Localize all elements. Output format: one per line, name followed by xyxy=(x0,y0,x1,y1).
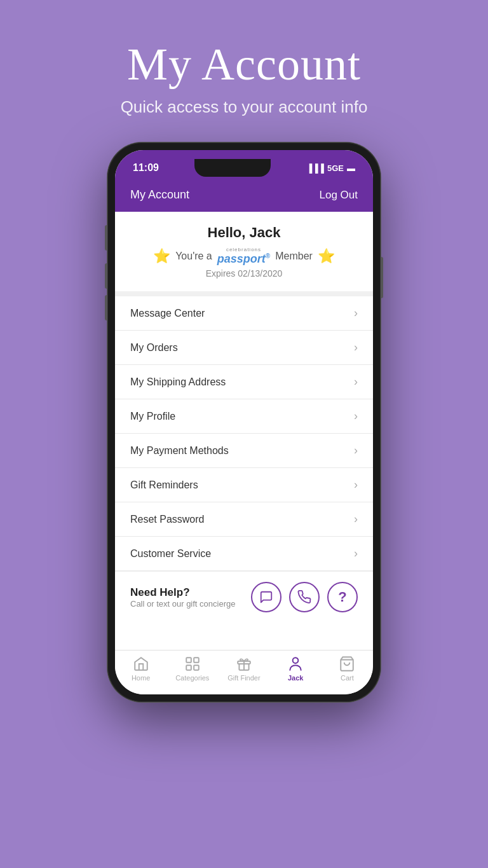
status-bar: 11:09 ▐▐▐ 5GE ▬ xyxy=(115,150,373,181)
chevron-icon: › xyxy=(354,547,358,560)
section-separator xyxy=(115,291,373,296)
svg-rect-3 xyxy=(194,665,199,670)
help-question-button[interactable]: ? xyxy=(327,582,358,612)
chevron-icon: › xyxy=(354,444,358,457)
svg-rect-1 xyxy=(194,658,199,663)
chevron-icon: › xyxy=(354,410,358,423)
menu-item-payment-methods[interactable]: My Payment Methods › xyxy=(115,434,373,468)
help-subtitle: Call or text our gift concierge xyxy=(130,599,235,609)
passport-badge: ⭐ You're a celebrations passport® Member… xyxy=(125,247,363,265)
cart-icon xyxy=(339,656,355,672)
help-text-block: Need Help? Call or text our gift concier… xyxy=(130,586,235,609)
signal-icon: ▐▐▐ xyxy=(306,163,324,173)
help-title: Need Help? xyxy=(130,586,235,599)
svg-rect-2 xyxy=(186,665,191,670)
phone-button[interactable] xyxy=(289,582,320,612)
phone-screen: 11:09 ▐▐▐ 5GE ▬ My Account Log Out Hello… xyxy=(115,150,373,694)
menu-item-message-center[interactable]: Message Center › xyxy=(115,296,373,331)
help-footer: Need Help? Call or text our gift concier… xyxy=(115,571,373,623)
phone-icon xyxy=(297,590,311,604)
nav-item-home[interactable]: Home xyxy=(122,656,160,682)
account-icon xyxy=(287,656,304,672)
battery-icon: ▬ xyxy=(347,163,355,173)
menu-item-my-profile[interactable]: My Profile › xyxy=(115,399,373,434)
help-icons: ? xyxy=(251,582,358,612)
chevron-icon: › xyxy=(354,513,358,526)
menu-item-shipping-address[interactable]: My Shipping Address › xyxy=(115,365,373,399)
menu-label-payment-methods: My Payment Methods xyxy=(130,445,229,457)
menu-item-my-orders[interactable]: My Orders › xyxy=(115,331,373,365)
passport-pre-text: You're a xyxy=(175,251,212,262)
nav-label-cart: Cart xyxy=(341,674,354,682)
page-subtitle: Quick access to your account info xyxy=(121,97,368,117)
chevron-icon: › xyxy=(354,478,358,492)
celebrations-label: celebrations xyxy=(226,247,261,252)
chat-icon xyxy=(259,590,273,604)
chevron-icon: › xyxy=(354,341,358,354)
svg-rect-0 xyxy=(186,658,191,663)
header-title: My Account xyxy=(130,188,189,202)
menu-label-my-profile: My Profile xyxy=(130,411,175,422)
nav-label-account: Jack xyxy=(288,674,303,682)
phone-frame: 11:09 ▐▐▐ 5GE ▬ My Account Log Out Hello… xyxy=(107,142,381,702)
network-label: 5GE xyxy=(327,163,344,173)
home-icon xyxy=(133,656,149,672)
star-right: ⭐ xyxy=(318,248,335,265)
gift-finder-icon xyxy=(236,656,252,672)
chevron-icon: › xyxy=(354,307,358,320)
menu-label-message-center: Message Center xyxy=(130,308,205,319)
menu-item-reset-password[interactable]: Reset Password › xyxy=(115,502,373,537)
chevron-icon: › xyxy=(354,375,358,389)
greeting-name: Hello, Jack xyxy=(125,224,363,241)
passport-logo: passport® xyxy=(217,253,270,265)
bottom-nav: Home Categories Gif xyxy=(115,650,373,694)
nav-item-categories[interactable]: Categories xyxy=(173,656,212,682)
status-time: 11:09 xyxy=(133,162,159,174)
logout-button[interactable]: Log Out xyxy=(320,189,358,202)
question-mark-icon: ? xyxy=(338,589,346,605)
nav-item-cart[interactable]: Cart xyxy=(328,656,366,682)
notch xyxy=(194,159,271,177)
nav-item-gift-finder[interactable]: Gift Finder xyxy=(225,656,263,682)
menu-label-shipping-address: My Shipping Address xyxy=(130,376,226,388)
chat-button[interactable] xyxy=(251,582,281,612)
nav-item-account[interactable]: Jack xyxy=(276,656,315,682)
menu-label-my-orders: My Orders xyxy=(130,342,178,354)
menu-label-gift-reminders: Gift Reminders xyxy=(130,479,198,491)
menu-item-gift-reminders[interactable]: Gift Reminders › xyxy=(115,468,373,502)
star-left: ⭐ xyxy=(153,248,170,265)
menu-list: Message Center › My Orders › My Shipping… xyxy=(115,296,373,571)
nav-label-home: Home xyxy=(132,674,150,682)
screen-content: Hello, Jack ⭐ You're a celebrations pass… xyxy=(115,212,373,650)
passport-post-text: Member xyxy=(275,251,313,262)
status-icons: ▐▐▐ 5GE ▬ xyxy=(306,163,355,173)
svg-point-6 xyxy=(293,658,299,663)
menu-label-reset-password: Reset Password xyxy=(130,514,205,525)
expires-text: Expires 02/13/2020 xyxy=(125,268,363,279)
categories-icon xyxy=(184,656,201,672)
passport-brand: celebrations passport® xyxy=(217,247,270,265)
menu-item-customer-service[interactable]: Customer Service › xyxy=(115,537,373,571)
page-title: My Account xyxy=(127,38,361,91)
nav-label-gift-finder: Gift Finder xyxy=(227,674,260,682)
app-header: My Account Log Out xyxy=(115,181,373,212)
menu-label-customer-service: Customer Service xyxy=(130,548,211,560)
greeting-section: Hello, Jack ⭐ You're a celebrations pass… xyxy=(115,212,373,291)
nav-label-categories: Categories xyxy=(175,674,209,682)
